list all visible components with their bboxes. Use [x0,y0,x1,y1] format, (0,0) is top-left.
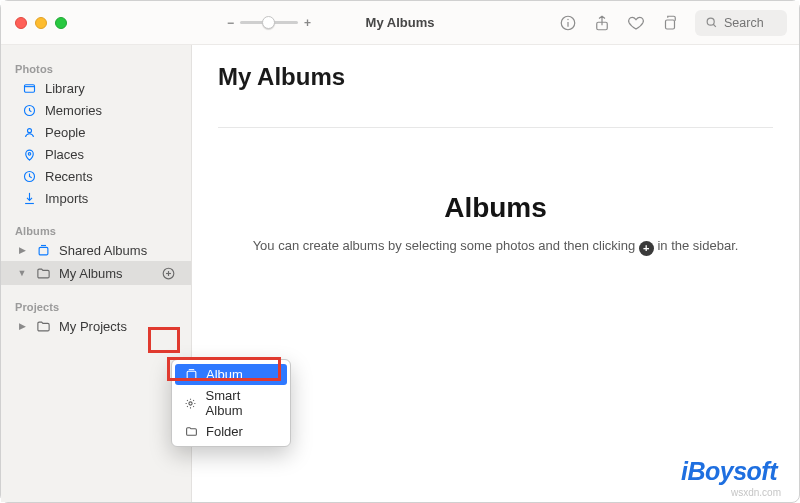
titlebar: − + My Albums [1,1,799,45]
library-icon [21,80,37,96]
add-album-button[interactable] [159,264,177,282]
sidebar: Photos Library Memories People [1,45,192,502]
folder-icon [184,425,198,439]
sidebar-item-recents[interactable]: Recents [1,165,191,187]
page-title: My Albums [218,63,773,91]
minimize-window-button[interactable] [35,17,47,29]
svg-rect-7 [24,84,34,92]
chevron-down-icon: ▼ [17,268,27,278]
sidebar-item-people[interactable]: People [1,121,191,143]
menu-item-label: Album [206,367,243,382]
watermark-logo: iiBoysoftBoysoft [681,457,777,486]
window-controls [15,17,67,29]
people-icon [21,124,37,140]
sidebar-item-label: My Projects [59,319,127,334]
rotate-icon[interactable] [661,14,679,32]
album-icon [184,368,198,382]
sidebar-item-shared-albums[interactable]: ▶ Shared Albums [1,239,191,261]
svg-rect-12 [39,247,48,255]
search-icon [705,16,718,29]
sidebar-section-photos: Photos [1,59,191,77]
favorite-icon[interactable] [627,14,645,32]
chevron-right-icon: ▶ [17,321,27,331]
context-menu: Album Smart Album Folder [171,359,291,447]
search-field[interactable] [695,10,787,36]
sidebar-item-label: Recents [45,169,93,184]
sidebar-item-label: Memories [45,103,102,118]
sidebar-item-label: Imports [45,191,88,206]
sidebar-item-my-projects[interactable]: ▶ My Projects [1,315,191,337]
sidebar-item-memories[interactable]: Memories [1,99,191,121]
zoom-out-icon: − [227,16,234,30]
sidebar-item-label: People [45,125,85,140]
svg-rect-4 [666,20,675,29]
zoom-in-icon: + [304,16,311,30]
menu-item-folder[interactable]: Folder [172,421,290,442]
svg-point-10 [28,152,31,155]
sidebar-item-library[interactable]: Library [1,77,191,99]
imports-icon [21,190,37,206]
window-title: My Albums [366,15,435,30]
plus-circle-icon: + [639,241,654,256]
watermark-domain: wsxdn.com [731,487,781,498]
shared-album-icon [35,242,51,258]
sidebar-section-projects: Projects [1,297,191,315]
menu-item-smart-album[interactable]: Smart Album [172,385,290,421]
places-icon [21,146,37,162]
menu-item-album[interactable]: Album [175,364,287,385]
menu-item-label: Folder [206,424,243,439]
zoom-slider[interactable]: − + [227,16,311,30]
zoom-thumb[interactable] [262,16,275,29]
svg-line-6 [713,24,716,27]
sidebar-item-imports[interactable]: Imports [1,187,191,209]
svg-point-17 [189,401,192,404]
sidebar-item-label: Shared Albums [59,243,147,258]
sidebar-item-my-albums[interactable]: ▼ My Albums [1,261,191,285]
sidebar-item-label: My Albums [59,266,123,281]
divider [218,127,773,128]
sidebar-item-label: Library [45,81,85,96]
fullscreen-window-button[interactable] [55,17,67,29]
info-icon[interactable] [559,14,577,32]
memories-icon [21,102,37,118]
share-icon[interactable] [593,14,611,32]
search-input[interactable] [724,16,780,30]
folder-icon [35,265,51,281]
close-window-button[interactable] [15,17,27,29]
smart-album-icon [184,396,198,410]
menu-item-label: Smart Album [206,388,278,418]
chevron-right-icon: ▶ [17,245,27,255]
recents-icon [21,168,37,184]
svg-rect-16 [187,371,196,379]
empty-state-hint: You can create albums by selecting some … [218,238,773,256]
sidebar-item-label: Places [45,147,84,162]
svg-point-2 [567,18,568,19]
folder-icon [35,318,51,334]
sidebar-item-places[interactable]: Places [1,143,191,165]
empty-state-heading: Albums [218,192,773,224]
svg-point-9 [27,128,31,132]
svg-point-5 [707,18,714,25]
sidebar-section-albums: Albums [1,221,191,239]
